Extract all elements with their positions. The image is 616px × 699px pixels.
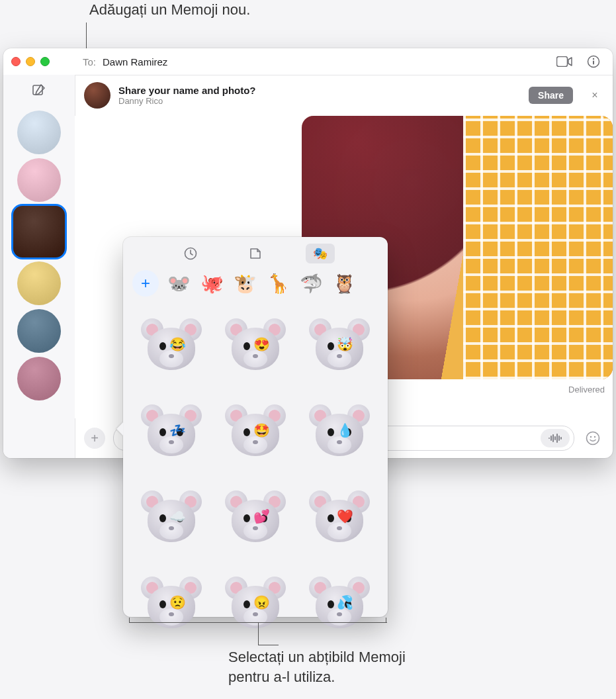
svg-point-7 — [594, 436, 595, 438]
memoji-icon: 🎭 — [313, 246, 328, 261]
share-banner: Share your name and photo? Danny Rico Sh… — [75, 75, 613, 117]
details-button[interactable] — [582, 53, 605, 70]
sidebar-contact-photo-woman[interactable] — [17, 357, 61, 400]
expression-overlay: 💦 — [337, 594, 353, 610]
sticker-mouse-tear[interactable]: 💧 — [301, 393, 377, 471]
memoji-giraffe[interactable]: 🦒 — [265, 270, 291, 297]
facetime-button[interactable] — [553, 53, 576, 70]
avatar — [17, 357, 61, 400]
clock-icon — [183, 246, 198, 261]
sidebar-contact-pink-memoji[interactable] — [17, 158, 61, 202]
stickers-tab[interactable] — [241, 244, 270, 263]
sidebar-contact-photo-man[interactable] — [17, 309, 61, 353]
banner-subtitle: Danny Rico — [118, 96, 256, 106]
sticker-mouse-starstruck[interactable]: 🤩 — [218, 393, 294, 471]
svg-point-6 — [590, 436, 592, 438]
expression-overlay: 😂 — [169, 336, 186, 352]
compose-icon — [32, 83, 46, 97]
window-minimize[interactable] — [26, 57, 35, 66]
popover-segments: 🎭 — [123, 237, 388, 267]
svg-point-2 — [593, 58, 594, 60]
recents-tab[interactable] — [176, 244, 205, 263]
sticker-mouse-mind-blown[interactable]: 🤯 — [301, 307, 377, 385]
memoji-sticker-grid: 😂😍🤯💤🤩💧☁️💕❤️😟😠💦 — [123, 303, 388, 643]
waveform-icon — [548, 434, 562, 443]
expression-overlay: ❤️ — [337, 508, 353, 524]
compose-button[interactable] — [26, 79, 52, 101]
callout-line — [129, 622, 387, 623]
sidebar — [3, 75, 75, 458]
sticker-mouse-angry[interactable]: 😠 — [218, 565, 294, 643]
memoji-avatar-row: + 🐭🐙🐮🦒🦈🦉 — [123, 267, 388, 303]
expression-overlay: 😟 — [169, 594, 186, 610]
banner-avatar — [84, 82, 110, 109]
window-zoom[interactable] — [40, 57, 50, 66]
memoji-mouse[interactable]: 🐭 — [165, 270, 192, 297]
svg-rect-0 — [557, 57, 568, 67]
apps-button[interactable]: + — [84, 428, 105, 449]
banner-title: Share your name and photo? — [118, 85, 256, 96]
sticker-mouse-laughing-tears[interactable]: 😂 — [134, 307, 210, 385]
plus-icon: + — [141, 274, 150, 293]
facetime-icon — [556, 56, 572, 67]
memoji-shark[interactable]: 🦈 — [298, 270, 324, 297]
avatar — [13, 206, 65, 257]
memoji-cow[interactable]: 🐮 — [232, 270, 258, 297]
delivered-status: Delivered — [568, 385, 605, 395]
expression-overlay: 😍 — [253, 336, 270, 352]
sticker-mouse-head-in-clouds[interactable]: ☁️ — [134, 479, 210, 557]
sticker-mouse-heart-eyes[interactable]: 😍 — [218, 307, 294, 385]
callout-add-memoji: Adăugați un Memoji nou. — [89, 1, 250, 19]
svg-rect-3 — [593, 61, 594, 65]
sticker-mouse-hearts[interactable]: ❤️ — [301, 479, 377, 557]
emoji-picker-button[interactable] — [582, 428, 603, 449]
sidebar-contact-dawn-ramirez[interactable] — [13, 206, 65, 257]
to-recipient[interactable]: Dawn Ramirez — [103, 56, 167, 68]
to-label: To: — [83, 56, 96, 68]
avatar — [17, 261, 61, 305]
expression-overlay: 💕 — [253, 508, 270, 524]
avatar — [17, 309, 61, 353]
to-field: To: Dawn Ramirez — [75, 48, 613, 75]
expression-overlay: 🤩 — [253, 422, 270, 438]
expression-overlay: 💧 — [337, 422, 353, 438]
memoji-tab[interactable]: 🎭 — [306, 244, 335, 263]
sticker-mouse-blowing-kiss[interactable]: 💕 — [218, 479, 294, 557]
expression-overlay: ☁️ — [169, 508, 186, 524]
expression-overlay: 😠 — [253, 594, 270, 610]
memoji-popover: 🎭 + 🐭🐙🐮🦒🦈🦉 😂😍🤯💤🤩💧☁️💕❤️😟😠💦 — [123, 237, 388, 617]
info-icon — [587, 55, 600, 68]
smiley-icon — [585, 430, 601, 446]
share-button[interactable]: Share — [529, 87, 573, 104]
avatar — [17, 111, 61, 154]
expression-overlay: 🤯 — [337, 336, 353, 352]
sidebar-contact-yellow-glasses[interactable] — [17, 261, 61, 305]
sticker-icon — [248, 246, 263, 261]
sticker-mouse-sleeping[interactable]: 💤 — [134, 393, 210, 471]
memoji-owl[interactable]: 🦉 — [331, 270, 357, 297]
traffic-lights — [11, 57, 50, 66]
svg-point-5 — [587, 432, 599, 445]
sidebar-group-conversation[interactable] — [17, 111, 61, 154]
banner-close[interactable]: × — [586, 87, 603, 104]
expression-overlay: 💤 — [169, 422, 186, 438]
sticker-mouse-worried[interactable]: 😟 — [134, 565, 210, 643]
add-memoji-button[interactable]: + — [132, 270, 159, 297]
window-close[interactable] — [11, 57, 21, 66]
plus-icon: + — [91, 431, 99, 446]
sticker-mouse-cold-sweat[interactable]: 💦 — [301, 565, 377, 643]
avatar — [17, 158, 61, 202]
memoji-octopus[interactable]: 🐙 — [198, 270, 225, 297]
callout-select-sticker: Selectați un abțibild Memoji pentru a-l … — [228, 647, 406, 686]
voice-memo-button[interactable] — [541, 429, 570, 447]
